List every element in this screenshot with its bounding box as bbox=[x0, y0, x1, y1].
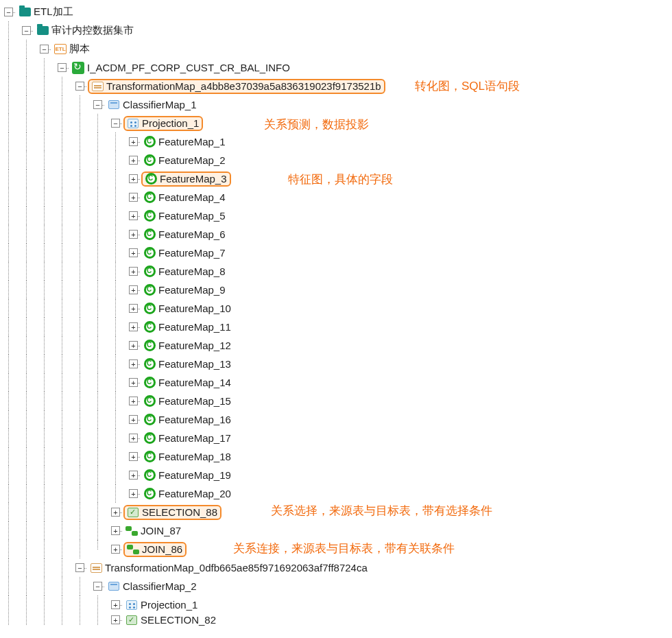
tree-node-feature[interactable]: +FeatureMap_18 bbox=[0, 447, 672, 466]
feature-icon bbox=[143, 451, 156, 463]
tree-node-transformation-1[interactable]: − TransformationMap_a4bb8e37039a5a836319… bbox=[0, 77, 672, 95]
refresh-icon bbox=[71, 62, 85, 74]
toggle-icon[interactable]: + bbox=[129, 304, 138, 313]
tree-node-feature[interactable]: +FeatureMap_1 bbox=[0, 132, 672, 151]
feature-icon bbox=[143, 469, 156, 482]
tree-node-feature[interactable]: +FeatureMap_17 bbox=[0, 429, 672, 447]
toggle-icon[interactable]: + bbox=[129, 489, 138, 498]
tree-node-job[interactable]: − I_ACDM_PF_CORP_CUST_CR_BAL_INFO bbox=[0, 58, 672, 77]
tree-node-root[interactable]: − ETL加工 bbox=[0, 3, 672, 21]
feature-icon bbox=[143, 247, 156, 259]
annotation-selection: 关系选择，来源表与目标表，带有选择条件 bbox=[271, 503, 492, 519]
map-icon bbox=[89, 562, 103, 574]
toggle-icon[interactable]: + bbox=[129, 378, 138, 387]
toggle-icon[interactable]: + bbox=[129, 211, 138, 220]
toggle-icon[interactable]: + bbox=[111, 508, 120, 517]
node-label: I_ACDM_PF_CORP_CUST_CR_BAL_INFO bbox=[87, 62, 290, 73]
tree-node-feature[interactable]: +FeatureMap_12 bbox=[0, 336, 672, 355]
tree-node-feature[interactable]: +FeatureMap_2 bbox=[0, 151, 672, 169]
projection-icon bbox=[125, 599, 139, 611]
node-label: FeatureMap_1 bbox=[158, 136, 226, 147]
highlight-box: Projection_1 bbox=[123, 116, 203, 131]
toggle-icon[interactable]: − bbox=[111, 119, 120, 128]
node-label: FeatureMap_18 bbox=[158, 451, 231, 462]
toggle-icon[interactable]: − bbox=[58, 63, 67, 72]
highlight-box: SELECTION_88 bbox=[123, 505, 221, 520]
node-label: FeatureMap_13 bbox=[158, 358, 231, 370]
feature-icon bbox=[143, 265, 156, 278]
node-label: FeatureMap_19 bbox=[158, 469, 231, 481]
toggle-icon[interactable]: + bbox=[129, 471, 138, 480]
tree-node-join-87[interactable]: + JOIN_87 bbox=[0, 521, 672, 540]
toggle-icon[interactable]: + bbox=[129, 285, 138, 294]
toggle-icon[interactable]: + bbox=[129, 156, 138, 165]
feature-icon bbox=[143, 358, 156, 370]
toggle-icon[interactable]: + bbox=[129, 174, 138, 183]
tree-node-feature[interactable]: +FeatureMap_10 bbox=[0, 299, 672, 318]
tree-node-feature[interactable]: +FeatureMap_6 bbox=[0, 225, 672, 244]
node-label: TransformationMap_0dfb665ae85f971692063a… bbox=[105, 562, 368, 574]
tree-node-classifier-1[interactable]: − ClassifierMap_1 bbox=[0, 95, 672, 114]
tree-node-script[interactable]: − ETL 脚本 bbox=[0, 40, 672, 58]
tree-node-feature[interactable]: +FeatureMap_19 bbox=[0, 466, 672, 484]
highlight-box: FeatureMap_3 bbox=[141, 172, 231, 187]
tree-node-feature[interactable]: +FeatureMap_13 bbox=[0, 355, 672, 373]
tree-node-feature[interactable]: +FeatureMap_7 bbox=[0, 244, 672, 262]
feature-icon bbox=[143, 414, 156, 426]
feature-icon bbox=[143, 377, 156, 389]
tree-node-classifier-2[interactable]: − ClassifierMap_2 bbox=[0, 577, 672, 595]
tree-node-feature[interactable]: +FeatureMap_14 bbox=[0, 373, 672, 392]
toggle-icon[interactable]: + bbox=[129, 137, 138, 146]
toggle-icon[interactable]: + bbox=[129, 341, 138, 350]
tree-node-selection-82[interactable]: + SELECTION_82 bbox=[0, 614, 672, 626]
node-label: FeatureMap_12 bbox=[158, 340, 231, 351]
toggle-icon[interactable]: + bbox=[129, 434, 138, 442]
node-label: ClassifierMap_1 bbox=[123, 99, 197, 110]
toggle-icon[interactable]: − bbox=[22, 26, 31, 35]
tree-node-feature[interactable]: +FeatureMap_20 bbox=[0, 484, 672, 503]
tree-node-transformation-2[interactable]: − TransformationMap_0dfb665ae85f97169206… bbox=[0, 558, 672, 577]
tree-node-feature[interactable]: +FeatureMap_4 bbox=[0, 188, 672, 206]
toggle-icon[interactable]: − bbox=[93, 582, 102, 591]
tree-view: − ETL加工 − 审计内控数据集市 − ETL 脚本 − I_ACDM_PF_… bbox=[0, 0, 672, 626]
classifier-icon bbox=[107, 99, 121, 111]
classifier-icon bbox=[107, 580, 121, 593]
node-label: 脚本 bbox=[69, 43, 90, 56]
tree-node-feature[interactable]: +FeatureMap_8 bbox=[0, 262, 672, 281]
toggle-icon[interactable]: + bbox=[129, 193, 138, 202]
join-icon bbox=[126, 543, 140, 556]
toggle-icon[interactable]: + bbox=[129, 322, 138, 331]
selection-icon bbox=[126, 506, 140, 519]
node-label: FeatureMap_8 bbox=[158, 265, 226, 277]
tree-node-feature[interactable]: +FeatureMap_15 bbox=[0, 392, 672, 410]
annotation-feature: 特征图，具体的字段 bbox=[288, 172, 393, 187]
tree-node-feature[interactable]: +FeatureMap_11 bbox=[0, 318, 672, 336]
tree-node-feature[interactable]: +FeatureMap_16 bbox=[0, 410, 672, 429]
tree-node-feature[interactable]: +FeatureMap_9 bbox=[0, 281, 672, 299]
toggle-icon[interactable]: − bbox=[75, 563, 84, 572]
toggle-icon[interactable]: + bbox=[129, 230, 138, 239]
toggle-icon[interactable]: + bbox=[111, 526, 120, 535]
toggle-icon[interactable]: − bbox=[75, 82, 84, 91]
node-label: FeatureMap_6 bbox=[158, 228, 226, 240]
toggle-icon[interactable]: − bbox=[93, 100, 102, 109]
toggle-icon[interactable]: + bbox=[129, 267, 138, 276]
toggle-icon[interactable]: + bbox=[129, 248, 138, 257]
toggle-icon[interactable]: + bbox=[129, 415, 138, 424]
toggle-icon[interactable]: − bbox=[40, 45, 49, 54]
toggle-icon[interactable]: + bbox=[111, 615, 120, 624]
folder-icon bbox=[18, 6, 32, 19]
toggle-icon[interactable]: − bbox=[4, 8, 13, 16]
tree-node-projection-2[interactable]: + Projection_1 bbox=[0, 595, 672, 614]
toggle-icon[interactable]: + bbox=[111, 545, 120, 554]
toggle-icon[interactable]: + bbox=[129, 397, 138, 405]
node-label: ClassifierMap_2 bbox=[123, 580, 197, 592]
toggle-icon[interactable]: + bbox=[129, 452, 138, 461]
toggle-icon[interactable]: + bbox=[129, 359, 138, 368]
tree-node-datamart[interactable]: − 审计内控数据集市 bbox=[0, 21, 672, 40]
toggle-icon[interactable]: + bbox=[111, 600, 120, 609]
feature-icon bbox=[143, 321, 156, 333]
node-label: ETL加工 bbox=[34, 5, 73, 19]
feature-icon bbox=[143, 340, 156, 352]
tree-node-feature[interactable]: +FeatureMap_5 bbox=[0, 206, 672, 225]
